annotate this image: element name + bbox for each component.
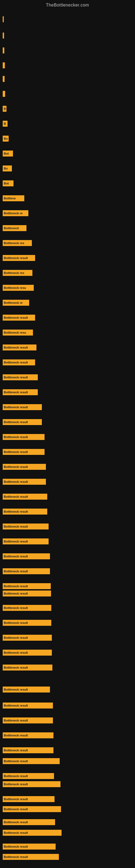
bar: Bottleneck result [3, 568, 50, 574]
bar: Bottleneck result [3, 255, 35, 261]
bar-label: Bottleneck result [4, 346, 28, 349]
bar-label: Bottleneck re [4, 301, 23, 304]
bar-row [3, 16, 4, 22]
bar-row: B [3, 121, 8, 127]
bar-row: Bottleneck result [3, 494, 47, 500]
bar: Bottleneck result [3, 758, 60, 764]
bar-row: Bottleneck result [3, 449, 45, 455]
bar [3, 33, 4, 38]
bar-row: Bottleneck result [3, 374, 38, 380]
bar: Bottleneck result [3, 419, 42, 425]
bar-label: Bottleneck result [4, 621, 28, 624]
bar-row: Bottleneck result [3, 553, 50, 559]
bar-row: Bottleneck result [3, 538, 49, 545]
bar-label: Bottleneck result [4, 734, 28, 737]
bar-row [3, 76, 5, 82]
bar: B [3, 121, 8, 127]
bar: Bottleneck result [3, 819, 55, 825]
bar-row: Bottleneck result [3, 479, 46, 485]
bar-label: Bottleneck result [4, 421, 28, 424]
bar-label: Bottleneck result [4, 688, 28, 691]
bar: Bottleneck result [3, 508, 47, 515]
bar-row: Bottleneck resu [3, 330, 33, 336]
bar: Bottleneck result [3, 650, 52, 656]
bar-label: Bottleneck result [4, 719, 28, 722]
bar-label: Bottleneck result [4, 636, 28, 639]
bar: Bottleneck result [3, 434, 45, 440]
bar: B [3, 106, 6, 112]
bar: Bottleneck result [3, 524, 49, 529]
bar-label: Bottleneck result [4, 376, 28, 379]
bar-label: Bottleneck result [4, 855, 28, 859]
bar-label: B [4, 122, 6, 125]
chart-area: TheBottlenecker.com BBBoBotBoBotBottlene… [0, 0, 135, 868]
bar-row: Bottleneck result [3, 524, 49, 529]
bar: Bottleneck result [3, 773, 54, 779]
bar-label: Bo [4, 167, 8, 170]
bar: Bottleneck resu [3, 330, 33, 336]
bar-row: Bottleneck result [3, 796, 54, 802]
bar-label: Bottleneck result [4, 510, 28, 513]
bar-label: Bottleneck result [4, 525, 28, 528]
bar-row: Bottleneck result [3, 508, 47, 515]
bar-label: Bottleneck result [4, 820, 28, 824]
bar-label: Bottleneck result [4, 704, 28, 707]
bar-row: Bottleneck [3, 225, 27, 231]
bar: Bottleneck result [3, 583, 51, 589]
bar-label: Bottleneck result [4, 749, 28, 752]
bar-label: Bottleneck result [4, 555, 28, 558]
bar-row: Bottleneck result [3, 703, 53, 709]
bar: Bottleneck result [3, 796, 54, 802]
bar-label: Bottleneck res [4, 271, 24, 275]
bar [3, 16, 4, 22]
bar [3, 62, 5, 68]
bar: Bottleneck result [3, 374, 38, 380]
bar: Bottleneck result [3, 360, 35, 365]
bar: Bottleneck result [3, 854, 59, 860]
bar-row: Bottleneck result [3, 389, 38, 395]
bar-label: Bottleneck [4, 226, 19, 230]
bar-row: Bottleneck result [3, 583, 51, 589]
bar-label: Bottleneck resu [4, 331, 26, 334]
bar-row: Bottleneck result [3, 590, 51, 596]
bar: Bottleneck result [3, 315, 35, 321]
bar: Bottleneck result [3, 686, 50, 692]
bar-row: Bottleneck res [3, 270, 32, 276]
bar-label: Bottleneck result [4, 651, 28, 654]
bar-label: Bottleneck result [4, 798, 28, 801]
bar-row: Bottleneck result [3, 434, 45, 440]
bar: Bottlene [3, 195, 24, 201]
bar [3, 91, 5, 97]
bar: Bottleneck re [3, 210, 28, 216]
bar-row: Bottleneck result [3, 605, 51, 611]
bar: Bottleneck result [3, 830, 61, 836]
bar: Bottleneck result [3, 635, 52, 641]
bar: Bottleneck [3, 225, 27, 231]
bar-label: Bottleneck result [4, 256, 28, 259]
bar-label: Bottleneck res [4, 241, 24, 245]
bar-label: Bot [4, 152, 9, 155]
bar: Bottleneck res [3, 240, 32, 246]
bar: Bottleneck result [3, 449, 45, 455]
bar-row [3, 91, 5, 97]
bar-row: Bottleneck result [3, 806, 61, 812]
bar-row: Bottleneck result [3, 747, 53, 753]
bar-row: Bottleneck result [3, 344, 37, 350]
bar: Bottleneck result [3, 664, 52, 671]
bar: Bottleneck result [3, 717, 53, 723]
bar: Bottleneck res [3, 270, 32, 276]
bar-row: Bottleneck result [3, 686, 50, 692]
bar-row: Bottleneck result [3, 620, 51, 626]
bar: Bo [3, 165, 12, 172]
bar-row: Bottleneck result [3, 844, 56, 849]
bar: Bottleneck result [3, 538, 49, 545]
bar-label: Bottleneck result [4, 666, 28, 669]
bar: Bottleneck result [3, 806, 61, 812]
bar: Bottleneck result [3, 747, 53, 753]
bar-label: Bottleneck result [4, 592, 28, 595]
bar-row: Bottleneck res [3, 240, 32, 246]
bar: Bottleneck result [3, 605, 51, 611]
bar [3, 48, 4, 54]
bar-row: Bo [3, 165, 12, 172]
bar-row: Bottleneck result [3, 360, 35, 365]
